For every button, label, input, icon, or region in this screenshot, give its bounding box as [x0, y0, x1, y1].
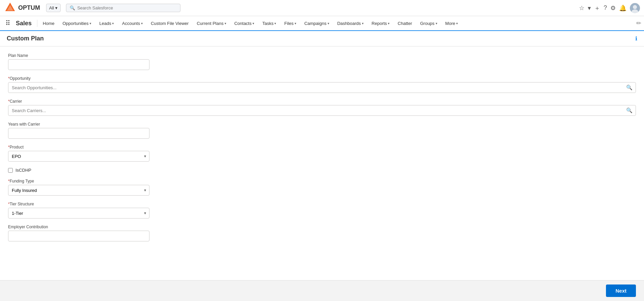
carrier-field: *Carrier 🔍 [8, 99, 636, 116]
tier-structure-select-wrap: 1-Tier 2-Tier 3-Tier 4-Tier ▾ [8, 208, 149, 219]
nav-bar: ⠿ Sales Home Opportunities ▾ Leads ▾ Acc… [0, 16, 644, 31]
utility-right-icons: ☆ ▾ ＋ ? ⚙ 🔔 [579, 3, 640, 13]
nav-opportunities-label: Opportunities [63, 21, 89, 26]
funding-type-select[interactable]: Fully Insured Self Funded Level Funded [8, 185, 149, 196]
logo-text: OPTUM [18, 4, 40, 11]
nav-contacts-label: Contacts [234, 21, 251, 26]
page-header: Custom Plan ℹ [0, 31, 644, 46]
funding-type-select-wrap: Fully Insured Self Funded Level Funded ▾ [8, 185, 149, 196]
years-with-carrier-input[interactable] [8, 128, 149, 139]
product-field: *Product EPO HMO PPO HDHP ▾ [8, 145, 636, 162]
nav-app-name: Sales [13, 20, 37, 27]
nav-files[interactable]: Files ▾ [280, 16, 300, 31]
tier-structure-select[interactable]: 1-Tier 2-Tier 3-Tier 4-Tier [8, 208, 149, 219]
nav-contacts[interactable]: Contacts ▾ [230, 16, 258, 31]
nav-accounts-label: Accounts [122, 21, 140, 26]
global-search-bar[interactable]: 🔍 [66, 4, 180, 12]
opportunity-search-wrap: 🔍 [8, 82, 636, 93]
tier-structure-label: *Tier Structure [8, 202, 636, 206]
opportunity-search-icon[interactable]: 🔍 [626, 85, 633, 91]
tier-structure-field: *Tier Structure 1-Tier 2-Tier 3-Tier 4-T… [8, 202, 636, 219]
iscdhp-label[interactable]: IsCDHP [15, 168, 31, 173]
carrier-label: *Carrier [8, 99, 636, 104]
years-with-carrier-label: Years with Carrier [8, 122, 636, 127]
nav-custom-file-viewer[interactable]: Custom File Viewer [147, 16, 193, 31]
nav-tasks[interactable]: Tasks ▾ [258, 16, 280, 31]
chevron-down-icon: ▾ [456, 22, 458, 25]
add-icon[interactable]: ＋ [594, 4, 600, 12]
carrier-search-input[interactable] [8, 105, 636, 116]
optum-logo-icon [4, 2, 16, 14]
iscdhp-field: IsCDHP [8, 168, 636, 173]
nav-chatter-label: Chatter [398, 21, 412, 26]
search-icon: 🔍 [70, 5, 75, 10]
product-select[interactable]: EPO HMO PPO HDHP [8, 151, 149, 162]
nav-custom-file-viewer-label: Custom File Viewer [151, 21, 189, 26]
product-label: *Product [8, 145, 636, 149]
plan-name-field: Plan Name [8, 53, 636, 70]
nav-current-plans-label: Current Plans [197, 21, 223, 26]
nav-dashboards[interactable]: Dashboards ▾ [333, 16, 368, 31]
funding-type-label: *Funding Type [8, 179, 636, 183]
nav-more[interactable]: More ▾ [441, 16, 462, 31]
nav-tasks-label: Tasks [262, 21, 273, 26]
global-search-input[interactable] [77, 5, 177, 10]
chevron-down-icon: ▾ [328, 22, 329, 25]
grid-icon[interactable]: ⠿ [3, 19, 13, 27]
years-with-carrier-field: Years with Carrier [8, 122, 636, 139]
opportunity-label: *Opportunity [8, 76, 636, 81]
chevron-down-icon: ▾ [274, 22, 276, 25]
chevron-down-icon: ▾ [252, 22, 254, 25]
nav-leads-label: Leads [99, 21, 111, 26]
employer-contribution-label: Employer Contribution [8, 225, 636, 229]
nav-files-label: Files [284, 21, 293, 26]
employer-contribution-field: Employer Contribution [8, 225, 636, 241]
favorites-dropdown-icon[interactable]: ▾ [588, 4, 591, 12]
chevron-down-icon: ▾ [141, 22, 143, 25]
utility-bar: OPTUM All ▾ 🔍 ☆ ▾ ＋ ? ⚙ 🔔 [0, 0, 644, 16]
notifications-icon[interactable]: 🔔 [619, 4, 626, 12]
search-scope-dropdown[interactable]: All ▾ [46, 4, 61, 12]
help-icon[interactable]: ? [604, 4, 607, 11]
chevron-down-icon: ▾ [295, 22, 296, 25]
favorites-icon[interactable]: ☆ [579, 4, 584, 12]
nav-leads[interactable]: Leads ▾ [95, 16, 118, 31]
nav-accounts[interactable]: Accounts ▾ [118, 16, 146, 31]
nav-edit-icon[interactable]: ✏ [636, 20, 641, 27]
iscdhp-checkbox[interactable] [8, 168, 13, 173]
plan-name-input[interactable] [8, 59, 149, 70]
nav-groups[interactable]: Groups ▾ [416, 16, 441, 31]
logo-area: OPTUM [4, 2, 40, 14]
next-button[interactable]: Next [606, 285, 636, 297]
svg-point-3 [633, 5, 637, 9]
form-container: Plan Name *Opportunity 🔍 *Carrier 🔍 Year… [0, 46, 644, 300]
nav-opportunities[interactable]: Opportunities ▾ [59, 16, 95, 31]
nav-reports[interactable]: Reports ▾ [368, 16, 394, 31]
product-select-wrap: EPO HMO PPO HDHP ▾ [8, 151, 149, 162]
chevron-down-icon: ▾ [436, 22, 437, 25]
nav-home[interactable]: Home [39, 16, 59, 31]
nav-campaigns-label: Campaigns [304, 21, 327, 26]
chevron-down-icon: ▾ [225, 22, 226, 25]
opportunity-field: *Opportunity 🔍 [8, 76, 636, 93]
chevron-down-icon: ▾ [388, 22, 389, 25]
page-footer: Next [0, 280, 644, 300]
employer-contribution-input[interactable] [8, 231, 149, 241]
nav-current-plans[interactable]: Current Plans ▾ [193, 16, 230, 31]
nav-groups-label: Groups [420, 21, 435, 26]
opportunity-search-input[interactable] [8, 82, 636, 93]
funding-type-field: *Funding Type Fully Insured Self Funded … [8, 179, 636, 196]
nav-home-label: Home [43, 21, 55, 26]
chevron-down-icon: ▾ [112, 22, 114, 25]
info-icon[interactable]: ℹ [635, 35, 637, 42]
nav-reports-label: Reports [372, 21, 387, 26]
chevron-down-icon: ▾ [55, 5, 58, 10]
carrier-search-wrap: 🔍 [8, 105, 636, 116]
search-scope-label: All [49, 5, 54, 10]
nav-chatter[interactable]: Chatter [394, 16, 416, 31]
avatar[interactable] [630, 3, 640, 13]
page-title: Custom Plan [7, 35, 44, 42]
settings-icon[interactable]: ⚙ [610, 4, 616, 12]
carrier-search-icon[interactable]: 🔍 [626, 107, 633, 113]
nav-campaigns[interactable]: Campaigns ▾ [300, 16, 333, 31]
